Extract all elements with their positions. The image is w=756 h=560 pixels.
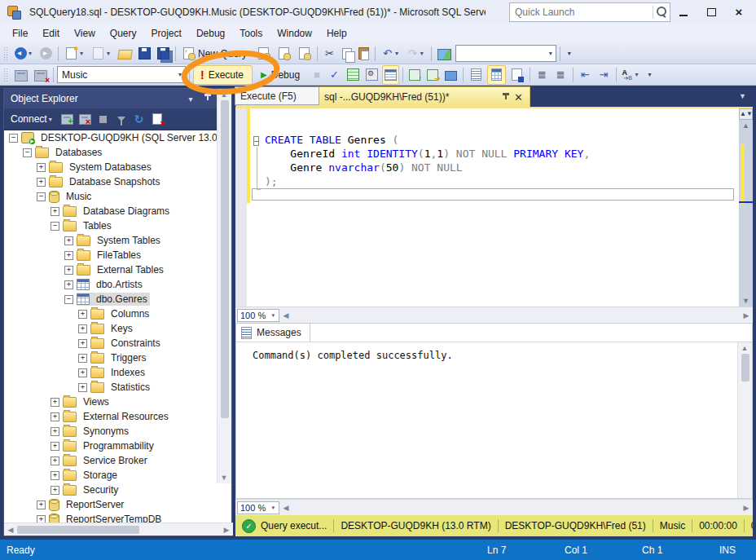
client-stats-button[interactable] <box>442 65 459 85</box>
toolbar1-overflow-button[interactable]: ▾ <box>564 44 575 64</box>
tree-node-content[interactable]: Security <box>63 483 121 496</box>
tree-node-content[interactable]: Storage <box>63 469 120 482</box>
undo-button-dropdown-icon[interactable]: ▾ <box>393 50 400 57</box>
code-line[interactable]: −CREATE TABLE Genres ( <box>253 133 590 147</box>
new-dmx-query-button[interactable] <box>275 44 293 64</box>
tree-node-content[interactable]: ReportServer <box>49 498 126 511</box>
messages-tab[interactable]: Messages <box>236 323 310 342</box>
tree-horizontal-scrollbar[interactable]: ◀ ▶ <box>4 523 233 536</box>
tree-node-service-broker[interactable]: +Service Broker <box>4 453 231 468</box>
expand-icon[interactable]: + <box>51 427 59 436</box>
open-file-button[interactable] <box>116 44 134 64</box>
menu-file[interactable]: File <box>5 25 35 42</box>
database-combo[interactable]: Music▾ <box>57 66 186 83</box>
new-mdx-query-button[interactable] <box>254 44 273 64</box>
tree-node-keys[interactable]: +Keys <box>4 321 231 336</box>
tree-node-content[interactable]: Music <box>49 190 94 203</box>
change-case-button-dropdown-icon[interactable]: ▾ <box>634 71 640 78</box>
connect-button[interactable]: Connect <box>11 113 47 125</box>
scrollbar-thumb[interactable] <box>221 100 229 418</box>
expand-icon[interactable]: + <box>64 251 73 260</box>
tree-node-content[interactable]: Service Broker <box>63 454 150 467</box>
tree-node-content[interactable]: Statistics <box>90 381 152 394</box>
scrollbar-thumb[interactable] <box>741 354 749 381</box>
search-icon[interactable] <box>653 4 670 20</box>
tree-node-content[interactable]: Synonyms <box>63 425 131 438</box>
connect-server-button[interactable] <box>59 111 77 127</box>
expand-icon[interactable]: + <box>78 310 87 319</box>
menu-tools[interactable]: Tools <box>232 25 270 42</box>
actual-plan-button[interactable] <box>407 65 423 85</box>
expand-icon[interactable]: + <box>64 266 73 275</box>
scroll-up-icon[interactable]: ▲ <box>739 120 753 131</box>
scroll-left-icon[interactable]: ◀ <box>279 311 292 320</box>
scroll-down-icon[interactable]: ▼ <box>218 474 231 482</box>
script-button[interactable] <box>148 111 166 127</box>
nav-backward-button[interactable]: ▾ <box>12 44 36 64</box>
tree-node-content[interactable]: Database Snapshots <box>49 175 162 188</box>
save-all-button[interactable] <box>155 44 172 64</box>
uncomment-button[interactable]: ≣ <box>552 65 569 85</box>
scroll-left-icon[interactable]: ◀ <box>4 526 17 534</box>
tree-node-content[interactable]: Keys <box>90 322 135 335</box>
collapse-icon[interactable]: − <box>23 148 32 157</box>
collapse-icon[interactable]: − <box>64 295 73 304</box>
scroll-right-icon[interactable]: ▶ <box>220 526 233 534</box>
new-query-button[interactable]: New Query <box>179 44 253 64</box>
menu-query[interactable]: Query <box>103 25 144 42</box>
expand-icon[interactable]: + <box>78 354 87 363</box>
expand-icon[interactable]: + <box>78 339 87 348</box>
copy-button[interactable] <box>340 44 354 64</box>
debug-button[interactable]: ▶Debug <box>254 65 308 85</box>
tab-pin-icon[interactable] <box>502 93 509 102</box>
tree-node-content[interactable]: dbo.Genres <box>77 293 150 306</box>
menu-project[interactable]: Project <box>144 25 189 42</box>
quick-launch-box[interactable] <box>509 2 670 22</box>
tree-node-content[interactable]: dbo.Artists <box>77 278 145 291</box>
execute-button[interactable]: !Execute <box>193 65 253 85</box>
comment-button[interactable]: ≣ <box>534 65 551 85</box>
tree-node-content[interactable]: Database Diagrams <box>63 205 172 218</box>
messages-vertical-scrollbar[interactable]: ▲ <box>737 342 752 498</box>
tree-node-triggers[interactable]: +Triggers <box>4 351 231 365</box>
tree-node-desktop-guqd9kh-sql-server-13-0-160[interactable]: −DESKTOP-GUQD9KH (SQL Server 13.0.160 <box>4 130 231 145</box>
change-connection-button[interactable] <box>32 65 50 85</box>
toolbar-combo-dropdown-icon[interactable]: ▾ <box>547 50 554 57</box>
tree-node-content[interactable]: Constraints <box>90 337 163 350</box>
parse-button[interactable]: ✓ <box>326 65 343 85</box>
tree-node-system-databases[interactable]: +System Databases <box>4 160 231 174</box>
tree-node-filetables[interactable]: +FileTables <box>4 248 231 262</box>
results-to-grid-button[interactable] <box>487 65 506 85</box>
tab-close-icon[interactable]: ✕ <box>514 91 523 104</box>
intellisense-button[interactable] <box>382 65 399 85</box>
paste-button[interactable] <box>356 44 371 64</box>
toolbar-combo[interactable]: ▾ <box>455 45 556 62</box>
messages-zoom-combo[interactable]: 100 % ▾ <box>237 501 279 514</box>
expand-icon[interactable]: + <box>51 412 59 421</box>
new-project-button[interactable]: ▾ <box>62 44 87 64</box>
tree-node-content[interactable]: External Tables <box>77 263 166 276</box>
collapse-icon[interactable]: − <box>51 222 59 231</box>
disconnect-server-button[interactable] <box>77 111 94 127</box>
code-line[interactable] <box>253 119 590 133</box>
tree-node-content[interactable]: Columns <box>90 307 152 320</box>
redo-button-dropdown-icon[interactable]: ▾ <box>419 50 425 57</box>
expand-icon[interactable]: + <box>64 280 73 289</box>
minimize-button[interactable] <box>670 2 697 23</box>
tree-node-database-diagrams[interactable]: +Database Diagrams <box>4 204 231 218</box>
scrollbar-track[interactable] <box>739 131 753 282</box>
expand-icon[interactable]: + <box>51 398 59 407</box>
tree-node-content[interactable]: Views <box>63 395 112 408</box>
editor-horizontal-scrollbar[interactable]: ◀ ▶ <box>279 311 753 320</box>
tree-node-content[interactable]: System Databases <box>49 161 154 174</box>
menu-view[interactable]: View <box>67 25 103 42</box>
expand-icon[interactable]: + <box>37 178 46 187</box>
results-to-file-button[interactable] <box>508 65 526 85</box>
tree-node-storage[interactable]: +Storage <box>4 468 231 483</box>
tree-node-dbo-genres[interactable]: −dbo.Genres <box>4 292 231 306</box>
tree-node-tables[interactable]: −Tables <box>4 218 231 233</box>
live-query-stats-button[interactable] <box>424 65 441 85</box>
window-position-icon[interactable]: ▾ <box>182 95 199 104</box>
restore-button[interactable] <box>697 2 725 23</box>
undo-button[interactable]: ↶▾ <box>379 44 402 64</box>
